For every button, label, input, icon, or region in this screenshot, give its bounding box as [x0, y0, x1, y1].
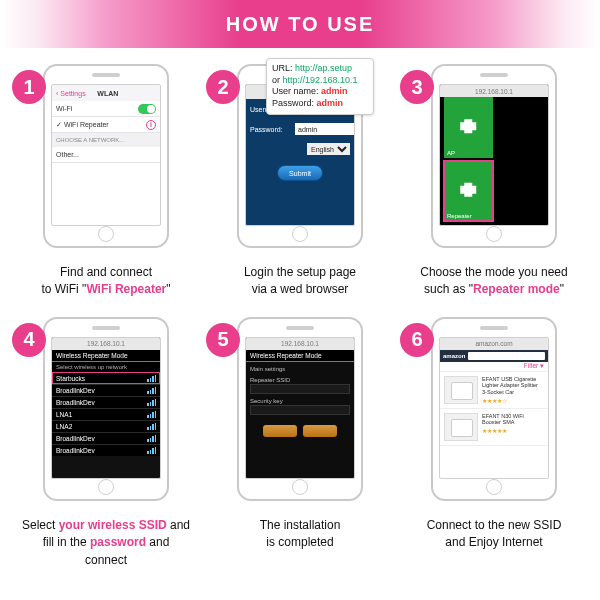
field-label: Security key: [246, 394, 354, 405]
cancel-button[interactable]: [303, 425, 337, 437]
banner: HOW TO USE: [0, 0, 600, 48]
address-bar[interactable]: amazon.com: [440, 338, 548, 350]
ssid-item[interactable]: LNA2: [52, 420, 160, 432]
signal-icon: [147, 435, 156, 443]
ssid-item[interactable]: Starbucks: [52, 372, 160, 384]
form-title: Wireless Repeater Mode: [246, 350, 354, 362]
plug-icon: [458, 116, 478, 136]
ssid-title: Wireless Repeater Mode: [52, 350, 160, 362]
search-input[interactable]: [468, 352, 545, 360]
step-6: 6 amazon.com amazon Filter ▾ EFANT USB C…: [406, 317, 582, 569]
mode-tile-ap[interactable]: AP: [444, 97, 493, 158]
phone-mockup: 192.168.10.1 Wireless Repeater Mode Main…: [237, 317, 363, 501]
browser-screen: amazon.com amazon Filter ▾ EFANT USB Cig…: [439, 337, 549, 479]
signal-icon: [147, 447, 156, 455]
phone-mockup: ‹ Settings WLAN Wi-Fi ✓ WiFi Repeater i …: [43, 64, 169, 248]
mode-screen: 192.168.10.1 AP Repeater: [439, 84, 549, 226]
signal-icon: [147, 399, 156, 407]
submit-button[interactable]: Submit: [277, 165, 323, 181]
wlan-screen: ‹ Settings WLAN Wi-Fi ✓ WiFi Repeater i …: [51, 84, 161, 226]
other-network-row[interactable]: Other...: [52, 147, 160, 163]
install-screen: 192.168.10.1 Wireless Repeater Mode Main…: [245, 337, 355, 479]
step-caption: Select your wireless SSID and fill in th…: [21, 517, 191, 569]
address-bar[interactable]: 192.168.10.1: [52, 338, 160, 350]
product-thumb: [444, 376, 478, 404]
field-label: Repeater SSID: [246, 373, 354, 384]
step-badge: 1: [12, 70, 46, 104]
back-button[interactable]: ‹ Settings: [56, 90, 86, 97]
signal-icon: [147, 411, 156, 419]
site-header: amazon: [440, 350, 548, 362]
ssid-item[interactable]: BroadlinkDev: [52, 384, 160, 396]
stars-icon: ★★★★★: [482, 427, 544, 434]
credentials-callout: URL: http://ap.setup or http://192.168.1…: [266, 58, 374, 115]
info-icon[interactable]: i: [146, 120, 156, 130]
phone-mockup: 192.168.10.1 AP Repeater: [431, 64, 557, 248]
step-caption: Choose the mode you need such as "Repeat…: [409, 264, 579, 299]
wlan-title: WLAN: [86, 90, 130, 97]
apply-button[interactable]: [263, 425, 297, 437]
step-badge: 2: [206, 70, 240, 104]
plug-icon: [458, 180, 478, 200]
mode-tile-blank[interactable]: [496, 161, 545, 222]
key-input[interactable]: [250, 405, 350, 415]
phone-mockup: amazon.com amazon Filter ▾ EFANT USB Cig…: [431, 317, 557, 501]
step-badge: 4: [12, 323, 46, 357]
mode-tile-repeater[interactable]: Repeater: [444, 161, 493, 222]
step-caption: Connect to the new SSID and Enjoy Intern…: [409, 517, 579, 552]
wifi-toggle-icon[interactable]: [138, 104, 156, 114]
stars-icon: ★★★★☆: [482, 397, 544, 404]
product-row[interactable]: EFANT N30 WiFi Booster SMA ★★★★★: [440, 409, 548, 446]
banner-title: HOW TO USE: [226, 13, 375, 36]
step-caption: Login the setup page via a wed browser: [215, 264, 385, 299]
step-4: 4 192.168.10.1 Wireless Repeater Mode Se…: [18, 317, 194, 569]
product-thumb: [444, 413, 478, 441]
mode-tile-blank[interactable]: [496, 97, 545, 158]
ssid-screen: 192.168.10.1 Wireless Repeater Mode Sele…: [51, 337, 161, 479]
product-name: EFANT USB Cigarette Lighter Adapter Spli…: [482, 376, 544, 396]
connected-network-row[interactable]: ✓ WiFi Repeater i: [52, 117, 160, 133]
ssid-input[interactable]: [250, 384, 350, 394]
form-section: Main settings: [246, 362, 354, 373]
address-bar[interactable]: 192.168.10.1: [440, 85, 548, 97]
filter-link[interactable]: Filter ▾: [440, 362, 548, 372]
product-name: EFANT N30 WiFi Booster SMA: [482, 413, 544, 426]
step-1: 1 ‹ Settings WLAN Wi-Fi ✓ WiFi Repeater …: [18, 64, 194, 299]
steps-grid: 1 ‹ Settings WLAN Wi-Fi ✓ WiFi Repeater …: [0, 48, 600, 577]
signal-icon: [147, 375, 156, 383]
address-bar[interactable]: 192.168.10.1: [246, 338, 354, 350]
ssid-item[interactable]: BroadlinkDev: [52, 396, 160, 408]
step-badge: 3: [400, 70, 434, 104]
choose-network-header: CHOOSE A NETWORK...: [52, 133, 160, 147]
step-caption: The installation is completed: [215, 517, 385, 552]
phone-mockup: 192.168.10.1 Wireless Repeater Mode Sele…: [43, 317, 169, 501]
language-select[interactable]: English: [307, 143, 350, 155]
step-badge: 6: [400, 323, 434, 357]
ssid-item[interactable]: LNA1: [52, 408, 160, 420]
step-5: 5 192.168.10.1 Wireless Repeater Mode Ma…: [212, 317, 388, 569]
password-label: Password:: [250, 126, 292, 133]
wifi-toggle-row[interactable]: Wi-Fi: [52, 101, 160, 117]
password-input[interactable]: [295, 123, 355, 135]
step-badge: 5: [206, 323, 240, 357]
step-3: 3 URL: http://ap.setup or http://192.168…: [406, 64, 582, 299]
ssid-item[interactable]: BroadlinkDev: [52, 432, 160, 444]
ssid-item[interactable]: BroadlinkDev: [52, 444, 160, 456]
signal-icon: [147, 423, 156, 431]
ssid-subtitle: Select wireless up network: [52, 362, 160, 372]
step-caption: Find and connect to WiFi "WiFi Repeater": [21, 264, 191, 299]
signal-icon: [147, 387, 156, 395]
product-row[interactable]: EFANT USB Cigarette Lighter Adapter Spli…: [440, 372, 548, 409]
site-logo[interactable]: amazon: [443, 353, 465, 359]
